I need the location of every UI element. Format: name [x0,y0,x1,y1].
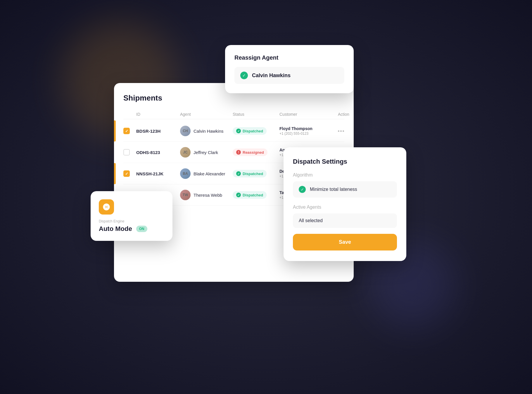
agent-name: Blake Alexander [194,171,225,176]
row-accent [114,120,116,141]
save-button[interactable]: Save [293,234,397,250]
action-menu[interactable] [338,130,361,132]
reassign-title: Reassign Agent [234,54,344,61]
customer-name: Floyd Thompson [279,126,338,131]
status-cell: ! Reassigned [233,148,279,156]
status-badge: ✓ Dispatched [233,127,267,135]
customer-phone: +1 (202) 555-0123 [279,132,338,136]
agent-name: Theresa Webb [194,193,222,198]
avatar: TW [180,190,191,200]
dispatch-settings-title: Dispatch Settings [293,158,397,165]
dispatch-engine-icon [99,199,114,215]
status-icon: ! [236,150,241,155]
status-icon: ✓ [236,171,241,176]
row-checkbox[interactable] [123,128,130,134]
status-cell: ✓ Dispatched [233,170,279,177]
col-id: ID [136,112,180,117]
col-action: Action [338,112,361,117]
shipment-id: ODHS-8123 [136,150,180,155]
row-checkbox[interactable] [123,170,130,177]
active-agents-label: Active Agents [293,205,397,210]
avatar: BA [180,168,191,179]
agent-selected-icon: ✓ [240,72,248,79]
status-cell: ✓ Dispatched [233,191,279,199]
row-accent [114,163,116,184]
auto-mode-title: Auto Mode [99,225,132,233]
row-checkbox[interactable] [123,149,130,155]
agent-cell: BA Blake Alexander [180,168,233,179]
auto-mode-toggle[interactable]: ON [136,226,147,232]
active-agents-value[interactable]: All selected [293,213,397,228]
agent-cell: JC Jeffrey Clark [180,147,233,158]
shipments-title: Shipments [123,94,344,103]
shipment-id: BDSR-123H [136,129,180,134]
table-row: BDSR-123H CH Calvin Hawkins ✓ Dispatched… [123,120,344,142]
agent-option[interactable]: ✓ Calvin Hawkins [234,67,344,84]
engine-icon [102,203,110,211]
algorithm-option[interactable]: ✓ Minimize total lateness [293,181,397,198]
dispatch-engine-label: Dispatch Engine [99,219,164,223]
agent-cell: CH Calvin Hawkins [180,126,233,136]
status-icon: ✓ [236,193,241,197]
customer-cell: Floyd Thompson +1 (202) 555-0123 [279,126,338,136]
avatar: CH [180,126,191,136]
status-badge: ! Reassigned [233,148,267,156]
algorithm-check-icon: ✓ [299,186,306,193]
reassign-agent-card: Reassign Agent ✓ Calvin Hawkins [225,45,354,93]
col-agent: Agent [180,112,233,117]
agent-name: Calvin Hawkins [194,129,224,134]
agent-option-name: Calvin Hawkins [252,72,291,79]
shipment-id: NNSSH-21JK [136,171,180,176]
avatar: JC [180,147,191,158]
agent-cell: TW Theresa Webb [180,190,233,200]
status-badge: ✓ Dispatched [233,191,267,199]
auto-mode-row: Auto Mode ON [99,225,164,233]
agent-name: Jeffrey Clark [194,150,218,155]
status-icon: ✓ [236,129,241,133]
algorithm-value: Minimize total lateness [310,187,357,192]
status-badge: ✓ Dispatched [233,170,267,177]
dispatch-settings-card: Dispatch Settings Algorithm ✓ Minimize t… [284,147,406,261]
auto-mode-card: Dispatch Engine Auto Mode ON [91,191,172,241]
col-status: Status [233,112,279,117]
algorithm-label: Algorithm [293,172,397,178]
col-customer: Customer [279,112,338,117]
table-header: ID Agent Status Customer Action [123,110,344,119]
status-cell: ✓ Dispatched [233,127,279,135]
